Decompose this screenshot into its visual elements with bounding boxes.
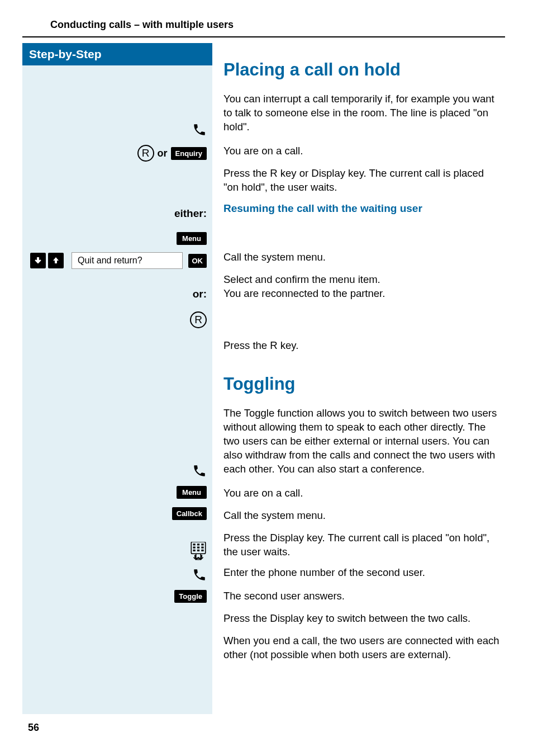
nav-row: Quit and return? OK xyxy=(30,252,207,269)
down-arrow-key xyxy=(30,253,46,268)
sidebar-title: Step-by-Step xyxy=(22,43,212,65)
toggle-key: Toggle xyxy=(174,590,207,603)
svg-marker-1 xyxy=(53,257,59,263)
section1-step1: You are on a call. xyxy=(223,144,499,158)
up-arrow-key xyxy=(48,253,64,268)
section2-step1: You are on a call. xyxy=(223,486,499,500)
svg-rect-7 xyxy=(197,547,199,549)
ok-key: OK xyxy=(188,254,207,268)
sidebar: Step-by-Step R or Enquiry either: Menu xyxy=(22,43,212,714)
svg-rect-3 xyxy=(193,544,195,545)
callbck-key-row: Callbck xyxy=(172,507,207,520)
section2-step4: Enter the phone number of the second use… xyxy=(223,566,499,580)
callbck-key: Callbck xyxy=(172,507,207,520)
toggle-key-row: Toggle xyxy=(174,590,207,603)
header-title: Conducting calls – with multiple users xyxy=(50,19,477,31)
menu-key-row-2: Menu xyxy=(177,486,207,499)
section2-intro: The Toggle function allows you to switch… xyxy=(223,407,499,476)
phone-icon-row-3 xyxy=(192,568,207,582)
section1-subheading: Resuming the call with the waiting user xyxy=(223,202,499,215)
section2-title: Toggling xyxy=(223,374,499,394)
menu-key-2: Menu xyxy=(177,486,207,499)
menu-key: Menu xyxy=(177,232,207,245)
r-key-icon-2: R xyxy=(190,311,207,328)
section2-step5: The second user answers. xyxy=(223,589,499,603)
page-header: Conducting calls – with multiple users xyxy=(22,0,505,37)
section1-step2: Press the R key or Display key. The curr… xyxy=(223,167,499,195)
section1-title: Placing a call on hold xyxy=(223,60,499,80)
main-content: Placing a call on hold You can interrupt… xyxy=(212,43,533,714)
section1-step5: Press the R key. xyxy=(223,339,499,353)
or-text: or xyxy=(158,148,168,159)
svg-rect-11 xyxy=(201,550,203,551)
svg-rect-5 xyxy=(201,544,203,545)
r-key-icon: R xyxy=(137,145,154,162)
r-enquiry-row: R or Enquiry xyxy=(137,145,207,162)
section1-step3: Call the system menu. xyxy=(223,251,499,264)
section1-step4b: You are reconnected to the partner. xyxy=(223,287,499,301)
svg-rect-8 xyxy=(201,547,203,549)
phone-icon-row xyxy=(192,122,207,137)
menu-key-row: Menu xyxy=(177,232,207,245)
svg-rect-6 xyxy=(193,547,195,549)
svg-marker-0 xyxy=(35,257,41,263)
enquiry-key: Enquiry xyxy=(171,147,207,160)
phone-icon xyxy=(192,122,207,137)
svg-rect-4 xyxy=(197,544,199,545)
svg-rect-10 xyxy=(197,550,199,551)
keypad-icon-row xyxy=(190,542,207,561)
page-number: 56 xyxy=(28,722,39,734)
section2-step7: When you end a call, the two users are c… xyxy=(223,634,499,662)
section1-step4a: Select and confirm the menu item. xyxy=(223,273,499,287)
display-quit-return: Quit and return? xyxy=(72,252,183,269)
either-label: either: xyxy=(174,207,207,220)
phone-icon xyxy=(192,568,207,582)
content: Step-by-Step R or Enquiry either: Menu xyxy=(0,43,533,714)
section2-step6: Press the Display key to switch between … xyxy=(223,612,499,626)
or-label: or: xyxy=(193,288,207,300)
section1-intro: You can interrupt a call temporarily if,… xyxy=(223,92,499,134)
section2-step2: Call the system menu. xyxy=(223,509,499,523)
svg-rect-9 xyxy=(193,550,195,551)
keypad-icon xyxy=(190,542,207,561)
phone-icon xyxy=(192,464,207,478)
phone-icon-row-2 xyxy=(192,464,207,478)
r-key-row: R xyxy=(190,311,207,328)
section2-step3: Press the Display key. The current call … xyxy=(223,531,499,559)
